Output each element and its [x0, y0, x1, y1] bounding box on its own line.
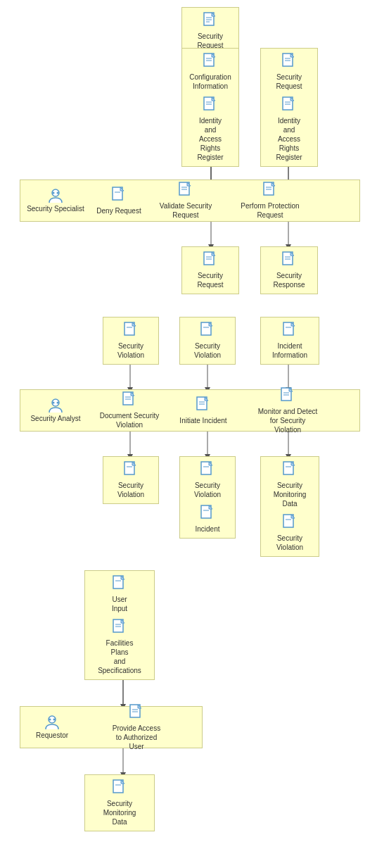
person-icon-1 [48, 189, 63, 204]
user-input-label: UserInput [112, 595, 127, 613]
doc-icon-2 [203, 53, 218, 71]
requestor-label: Requestor [36, 731, 68, 740]
identity-register-label-2: IdentityandAccessRightsRegister [276, 116, 302, 162]
doc-icon-ui [112, 575, 127, 593]
security-violation-box-3: SecurityViolation [103, 456, 159, 504]
monitor-detect-cell: Monitor and Detectfor SecurityViolation [238, 384, 337, 437]
doc-icon [203, 12, 218, 30]
config-info-label: ConfigurationInformation [189, 73, 231, 91]
facilities-plans-label: FacilitiesPlansandSpecifications [98, 639, 141, 675]
security-request-box-3: SecurityRequest [181, 246, 239, 294]
deny-request-label: Deny Request [96, 206, 141, 215]
doc-icon-sv1 [123, 322, 139, 340]
identity-register-label-1: IdentityandAccessRightsRegister [197, 116, 223, 162]
person-icon-3 [44, 715, 60, 731]
security-violation-label-3: SecurityViolation [117, 481, 144, 499]
svg-point-119 [53, 718, 56, 720]
security-analyst-cell: Security Analyst [20, 396, 91, 426]
doc-icon-3 [203, 96, 218, 115]
doc-icon-mon [280, 387, 295, 405]
doc-icon-resp [281, 251, 297, 270]
perform-protection-cell: Perform ProtectionRequest [224, 179, 316, 222]
doc-icon-init [196, 396, 211, 415]
document-security-violation-label: Document SecurityViolation [100, 411, 159, 429]
security-violation-label-1: SecurityViolation [117, 341, 144, 360]
initiate-incident-label: Initiate Incident [179, 416, 226, 425]
validate-security-label: Validate SecurityRequest [160, 201, 212, 220]
doc-icon-sv4 [200, 461, 215, 479]
document-security-violation-cell: Document SecurityViolation [91, 389, 168, 432]
security-monitoring-data-box-2: SecurityMonitoringData [84, 774, 155, 831]
doc-icon-sr3 [203, 251, 218, 270]
security-specialist-label: Security Specialist [27, 204, 84, 213]
monitor-output-box: SecurityMonitoringData SecurityViolation [260, 456, 319, 557]
svg-point-82 [57, 401, 59, 403]
svg-point-50 [53, 191, 55, 194]
security-violation-box-1: SecurityViolation [103, 317, 159, 365]
security-request-label-2: SecurityRequest [276, 73, 302, 91]
doc-icon-deny [111, 187, 127, 205]
doc-icon-smd2 [112, 779, 127, 798]
swim-lane-3: Requestor Provide Accessto AuthorizedUse… [20, 706, 203, 748]
security-response-box: SecurityResponse [260, 246, 318, 294]
security-response-label: SecurityResponse [273, 271, 305, 289]
doc-icon-inc [200, 505, 215, 523]
incident-info-label: IncidentInformation [272, 341, 307, 360]
incident-label: Incident [195, 524, 219, 534]
monitor-detect-label: Monitor and Detectfor SecurityViolation [258, 407, 318, 434]
doc-icon-fp [112, 619, 127, 637]
security-violation-label-4: SecurityViolation [194, 481, 221, 499]
security-request-label-3: SecurityRequest [197, 271, 223, 289]
validate-security-cell: Validate SecurityRequest [147, 179, 224, 222]
provide-access-label: Provide Accessto AuthorizedUser [113, 724, 160, 751]
right-docs-box-1: SecurityRequest IdentityandAccessRightsR… [260, 48, 318, 167]
doc-icon-dsv [122, 391, 137, 410]
svg-point-81 [53, 401, 55, 403]
user-input-facilities-box: UserInput FacilitiesPlansandSpecificatio… [84, 570, 155, 680]
security-analyst-label: Security Analyst [30, 414, 80, 423]
security-violation-box-2: SecurityViolation [179, 317, 236, 365]
initiate-output-box: SecurityViolation Incident [179, 456, 236, 539]
doc-icon-sv5 [282, 514, 298, 532]
doc-icon-4 [281, 53, 297, 71]
svg-point-118 [49, 718, 51, 720]
security-violation-label-5: SecurityViolation [276, 534, 303, 552]
security-violation-label-2: SecurityViolation [194, 341, 221, 360]
svg-point-51 [57, 191, 59, 194]
security-monitoring-data-label-1: SecurityMonitoringData [274, 481, 307, 508]
doc-icon-5 [281, 96, 297, 115]
left-docs-box-1: ConfigurationInformation IdentityandAcce… [181, 48, 239, 167]
security-specialist-cell: Security Specialist [20, 186, 91, 216]
initiate-incident-cell: Initiate Incident [168, 394, 238, 428]
swim-lane-1: Security Specialist Deny Request Validat… [20, 180, 360, 222]
doc-icon-ii [282, 322, 298, 340]
doc-icon-sv2 [200, 322, 215, 340]
doc-icon-smd1 [282, 461, 298, 479]
incident-info-box: IncidentInformation [260, 317, 319, 365]
person-icon-2 [48, 398, 63, 414]
doc-icon-pa [129, 704, 144, 722]
doc-icon-validate [178, 182, 193, 200]
swim-lane-2: Security Analyst Document SecurityViolat… [20, 389, 360, 432]
doc-icon-sv3 [123, 461, 139, 479]
security-monitoring-data-label-2: SecurityMonitoringData [103, 799, 136, 826]
provide-access-cell: Provide Accessto AuthorizedUser [84, 701, 189, 754]
deny-request-cell: Deny Request [91, 184, 147, 218]
doc-icon-perform [262, 182, 278, 200]
perform-protection-label: Perform ProtectionRequest [241, 201, 299, 220]
requestor-cell: Requestor [20, 712, 84, 743]
